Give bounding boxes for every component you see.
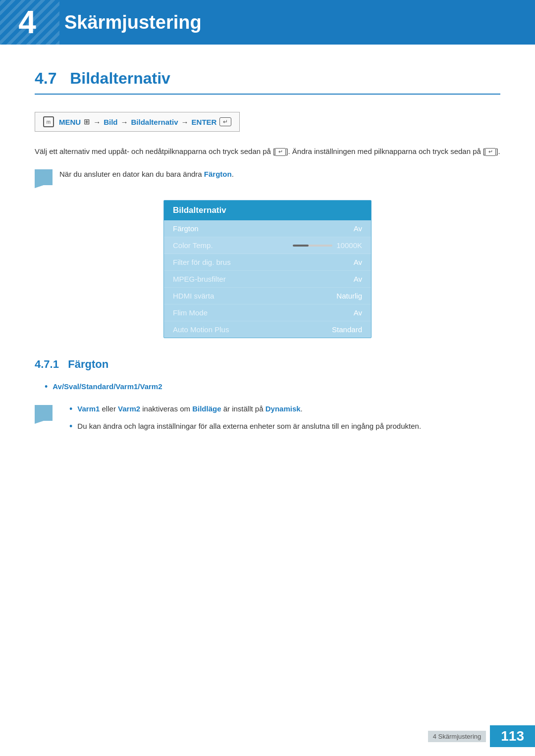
body-text: Välj ett alternativ med uppåt- och nedåt… [35, 146, 500, 157]
menu-item-value-colortemp: 10000K [336, 241, 362, 250]
menu-item-hdmi: HDMI svärta Naturlig [164, 288, 371, 304]
menu-item-mpeg: MPEG-brusfilter Av [164, 271, 371, 288]
menu-item-automotion: Auto Motion Plus Standard [164, 321, 371, 338]
menu-path-box: m MENU ⊞ → Bild → Bildalternativ → ENTER… [35, 112, 240, 132]
note-text: När du ansluter en dator kan du bara änd… [59, 168, 234, 180]
menu-item-label-fargton: Färgton [173, 224, 199, 233]
chapter-number: 4 [0, 0, 54, 45]
menu-item-value-filterdig: Av [354, 258, 362, 266]
menu-grid-icon: ⊞ [84, 117, 90, 126]
note-bold-word: Färgton [204, 170, 232, 178]
note2-oder: eller [100, 404, 118, 413]
menu-item-label-mpeg: MPEG-brusfilter [173, 275, 226, 283]
note2-varm2: Varm2 [118, 404, 140, 413]
inline-enter-2: ↵ [485, 148, 496, 156]
bullet-item-3: Du kan ändra och lagra inställningar för… [59, 420, 421, 433]
menu-item-filterdig: Filter för dig. brus Av [164, 254, 371, 271]
footer-page-number: 113 [490, 725, 535, 747]
menu-label: MENU [59, 118, 81, 126]
page-header-title: Skärmjustering [64, 12, 202, 33]
menu-enter-label: ENTER [192, 118, 217, 126]
slider-bar [293, 245, 332, 247]
sub-note-row: Varm1 eller Varm2 inaktiveras om Bildläg… [35, 403, 500, 438]
sub-section-title: Färgton [68, 358, 108, 370]
sub-note-icon [35, 405, 53, 421]
inline-enter-1: ↵ [275, 148, 286, 156]
menu-bild: Bild [104, 118, 117, 126]
menu-arrow1: → [93, 118, 101, 126]
menu-item-value-hdmi: Naturlig [336, 292, 362, 300]
menu-item-label-automotion: Auto Motion Plus [173, 325, 229, 334]
note2-inaktiveras: inaktiveras om [140, 404, 192, 413]
menu-item-colortemp: Color Temp. 10000K [164, 237, 371, 254]
menu-arrow3: → [181, 118, 189, 126]
menu-remote-icon: m [43, 116, 54, 127]
menu-item-value-mpeg: Av [354, 275, 362, 283]
bullet-3-text: Du kan ändra och lagra inställningar för… [77, 420, 421, 432]
menu-item-label-filterdig: Filter för dig. brus [173, 258, 231, 266]
menu-arrow2: → [121, 118, 128, 126]
menu-item-label-colortemp: Color Temp. [173, 241, 213, 250]
note-text-before: När du ansluter en dator kan du bara änd… [59, 170, 204, 178]
sub-section-heading: 4.7.1 Färgton [35, 358, 500, 371]
bullet-item-1: Av/Sval/Standard/Varm1/Varm2 [35, 381, 500, 393]
note2-end: . [301, 404, 303, 413]
bullet-item-2: Varm1 eller Varm2 inaktiveras om Bildläg… [59, 403, 421, 415]
sub-section-number: 4.7.1 [35, 358, 59, 370]
menu-panel: Bildalternativ Färgton Av Color Temp. 10… [163, 200, 372, 338]
enter-icon: ↵ [219, 117, 231, 126]
menu-bildalternativ: Bildalternativ [131, 118, 178, 126]
menu-item-value-fargton: Av [354, 224, 362, 233]
page-footer: 4 Skärmjustering 113 [0, 725, 535, 756]
page-header: 4 Skärmjustering [0, 0, 535, 45]
menu-item-label-flim: Flim Mode [173, 308, 208, 317]
section-title: Bildalternativ [70, 69, 170, 87]
menu-panel-title: Bildalternativ [164, 201, 371, 220]
main-content: 4.7 Bildalternativ m MENU ⊞ → Bild → Bil… [0, 45, 535, 482]
section-number: 4.7 [35, 69, 56, 87]
sub-note-bullets: Varm1 eller Varm2 inaktiveras om Bildläg… [59, 403, 421, 438]
slider-track: 10000K [293, 241, 362, 250]
note-text-after: . [232, 170, 234, 178]
note2-varm1: Varm1 [77, 404, 100, 413]
menu-item-fargton: Färgton Av [164, 220, 371, 237]
note2-bildlage: Bildläge [192, 404, 221, 413]
note2-dynamisk: Dynamisk [266, 404, 301, 413]
menu-item-label-hdmi: HDMI svärta [173, 292, 214, 300]
footer-chapter-label: 4 Skärmjustering [428, 731, 486, 742]
menu-item-flim: Flim Mode Av [164, 304, 371, 321]
note2-ar-installat: är inställt på [221, 404, 266, 413]
bullet-1-text: Av/Sval/Standard/Varm1/Varm2 [53, 381, 162, 393]
note-box: När du ansluter en dator kan du bara änd… [35, 168, 500, 185]
section-heading: 4.7 Bildalternativ [35, 69, 500, 95]
note2-text: Varm1 eller Varm2 inaktiveras om Bildläg… [77, 403, 302, 415]
menu-item-value-flim: Av [354, 308, 362, 317]
note-icon [35, 169, 53, 185]
menu-item-value-automotion: Standard [332, 325, 362, 334]
bullet-list: Av/Sval/Standard/Varm1/Varm2 [35, 381, 500, 393]
